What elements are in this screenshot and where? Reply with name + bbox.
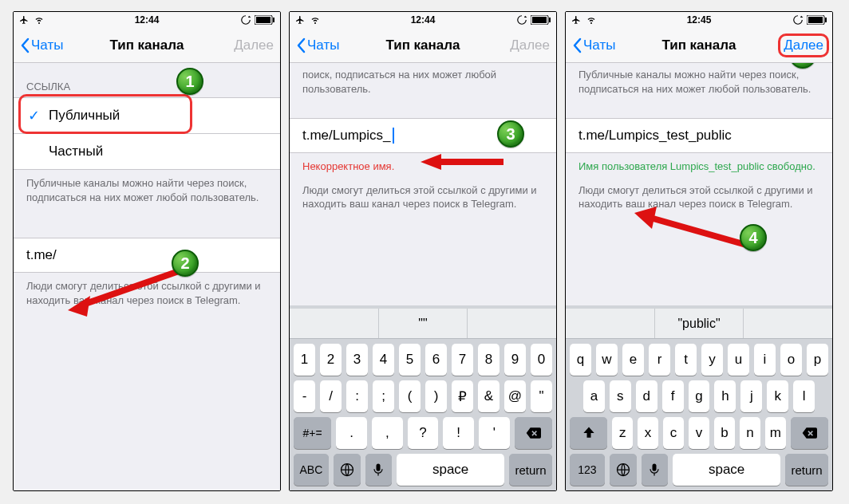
airplane-icon <box>294 15 306 25</box>
key[interactable]: j <box>740 380 762 412</box>
key[interactable]: a <box>583 380 605 412</box>
key[interactable]: l <box>793 380 815 412</box>
key[interactable]: o <box>780 344 802 376</box>
option-private[interactable]: ✓ Частный <box>14 134 280 170</box>
option-public[interactable]: ✓ Публичный <box>14 97 280 134</box>
phone-2: 12:44 Чаты Тип канала Далее поиск, подпи… <box>289 11 557 491</box>
key[interactable]: / <box>320 380 342 412</box>
key[interactable]: 4 <box>373 344 394 376</box>
wifi-icon <box>585 15 598 25</box>
key[interactable]: g <box>689 380 710 412</box>
keyboard: "" 1234567890 -/:;()₽&@" #+= .,?!' ABC s… <box>290 305 556 490</box>
key[interactable]: . <box>336 417 367 449</box>
section-header-link: Ссылка <box>14 63 280 97</box>
key[interactable]: c <box>663 417 684 449</box>
key[interactable]: p <box>807 344 828 376</box>
key[interactable]: v <box>689 417 709 449</box>
key[interactable]: 3 <box>346 344 368 376</box>
key[interactable]: q <box>570 344 591 376</box>
nav-bar: Чаты Тип канала Далее <box>14 28 280 63</box>
annotation-arrow <box>63 264 183 320</box>
next-button[interactable]: Далее <box>784 37 823 53</box>
key[interactable]: - <box>294 380 315 412</box>
key[interactable]: " <box>531 380 552 412</box>
key[interactable]: ( <box>399 380 421 412</box>
note-top: Публичные каналы можно найти через поиск… <box>566 63 832 108</box>
key-return[interactable]: return <box>509 454 552 486</box>
key[interactable]: 0 <box>531 344 552 376</box>
key[interactable]: x <box>638 417 658 449</box>
key[interactable]: f <box>662 380 684 412</box>
key[interactable]: k <box>767 380 788 412</box>
key[interactable]: ) <box>425 380 447 412</box>
key[interactable]: t <box>675 344 697 376</box>
key[interactable]: r <box>649 344 670 376</box>
key[interactable]: : <box>346 380 368 412</box>
suggestion[interactable] <box>290 309 379 338</box>
back-button[interactable]: Чаты <box>20 37 63 53</box>
key-return[interactable]: return <box>785 454 828 486</box>
key[interactable]: 1 <box>294 344 315 376</box>
key-backspace[interactable] <box>791 417 828 449</box>
key-backspace[interactable] <box>515 417 552 449</box>
key[interactable]: 9 <box>504 344 526 376</box>
key-globe[interactable] <box>610 454 637 486</box>
key[interactable]: y <box>701 344 723 376</box>
next-button[interactable]: Далее <box>234 37 274 53</box>
suggestion[interactable] <box>566 309 655 338</box>
key-123[interactable]: 123 <box>570 454 605 486</box>
key[interactable]: s <box>610 380 631 412</box>
key[interactable]: i <box>754 344 776 376</box>
rotation-lock-icon <box>792 14 804 26</box>
back-button[interactable]: Чаты <box>296 37 339 53</box>
back-button[interactable]: Чаты <box>572 37 615 53</box>
key-space[interactable]: space <box>673 454 780 486</box>
key[interactable]: ₽ <box>452 380 473 412</box>
key[interactable]: d <box>636 380 657 412</box>
key[interactable]: 7 <box>452 344 473 376</box>
key[interactable]: ! <box>443 417 474 449</box>
key[interactable]: m <box>765 417 786 449</box>
key[interactable]: @ <box>504 380 526 412</box>
key[interactable]: 2 <box>320 344 342 376</box>
key-shift[interactable] <box>570 417 607 449</box>
key[interactable]: z <box>612 417 633 449</box>
key[interactable]: h <box>714 380 736 412</box>
suggestion-bar[interactable]: "" <box>290 309 556 339</box>
phone-3: 12:45 Чаты Тип канала Далее Публичные ка… <box>565 11 833 491</box>
text-caret <box>393 128 394 144</box>
link-input[interactable]: t.me/Lumpics_test_public <box>566 118 832 153</box>
key[interactable]: 6 <box>425 344 447 376</box>
annotation-arrow <box>417 152 505 171</box>
back-label: Чаты <box>583 37 615 53</box>
key[interactable]: w <box>596 344 618 376</box>
phone-1: 12:44 Чаты Тип канала Далее Ссылка ✓ Пуб… <box>13 11 281 491</box>
key-mic[interactable] <box>642 454 669 486</box>
key-globe[interactable] <box>334 454 361 486</box>
next-button[interactable]: Далее <box>510 37 550 53</box>
suggestion[interactable] <box>468 309 556 338</box>
key[interactable]: n <box>740 417 760 449</box>
key-abc[interactable]: ABC <box>294 454 329 486</box>
key-mic[interactable] <box>365 454 393 486</box>
key[interactable]: b <box>714 417 735 449</box>
annotation-badge-4: 4 <box>740 224 767 251</box>
suggestion[interactable]: "public" <box>655 309 744 338</box>
key[interactable]: ? <box>408 417 439 449</box>
key[interactable]: u <box>728 344 749 376</box>
note-success: Имя пользователя Lumpics_test_public сво… <box>566 153 832 177</box>
key[interactable]: & <box>478 380 500 412</box>
suggestion[interactable] <box>744 309 832 338</box>
key-space[interactable]: space <box>397 454 504 486</box>
suggestion-bar[interactable]: "public" <box>566 309 832 339</box>
nav-bar: Чаты Тип канала Далее <box>566 28 832 63</box>
link-input-value: t.me/ <box>26 247 57 263</box>
key[interactable]: 5 <box>399 344 421 376</box>
key[interactable]: , <box>372 417 403 449</box>
key[interactable]: ' <box>479 417 510 449</box>
key[interactable]: e <box>622 344 644 376</box>
suggestion[interactable]: "" <box>379 309 468 338</box>
key[interactable]: 8 <box>478 344 500 376</box>
key[interactable]: ; <box>373 380 394 412</box>
key-symbols[interactable]: #+= <box>294 417 331 449</box>
